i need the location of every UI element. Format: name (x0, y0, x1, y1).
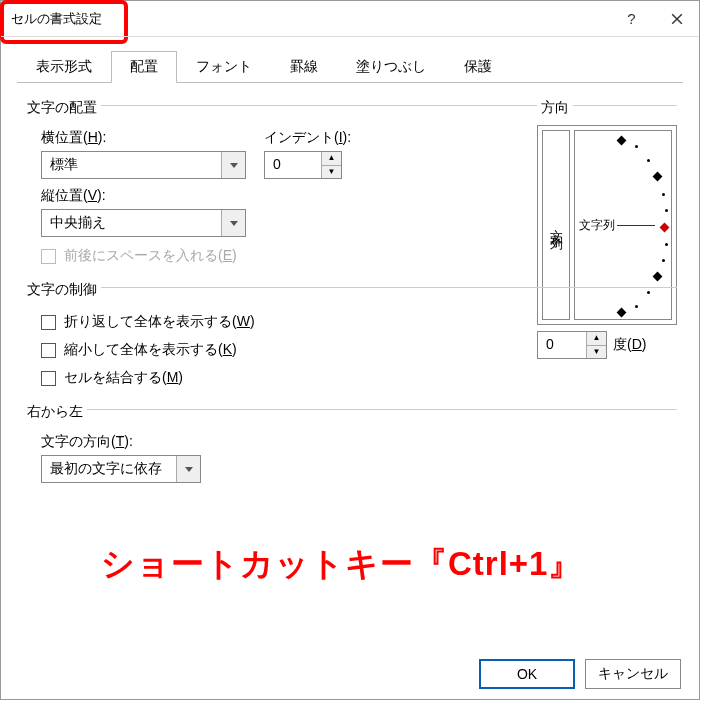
degree-down-button[interactable]: ▼ (587, 346, 606, 359)
titlebar: セルの書式設定 ? (1, 1, 699, 37)
degree-value: 0 (538, 332, 586, 358)
tab-alignment[interactable]: 配置 (111, 51, 177, 83)
degree-label: 度(D) (613, 336, 646, 354)
indent-spinner[interactable]: 0 ▲ ▼ (264, 151, 342, 179)
group-label-rtl: 右から左 (23, 403, 87, 421)
horizontal-value: 標準 (42, 152, 221, 178)
text-direction-value: 最初の文字に依存 (42, 456, 176, 482)
indent-label: インデント(I): (264, 129, 351, 147)
shrink-fit-label: 縮小して全体を表示する(K) (64, 341, 237, 359)
triangle-down-icon: ▼ (593, 348, 601, 356)
chevron-down-icon (185, 467, 193, 472)
triangle-up-icon: ▲ (328, 154, 336, 162)
horizontal-label: 横位置(H): (41, 129, 246, 147)
triangle-up-icon: ▲ (593, 334, 601, 342)
tab-border[interactable]: 罫線 (271, 51, 337, 83)
tab-strip: 表示形式 配置 フォント 罫線 塗りつぶし 保護 (1, 37, 699, 83)
tab-protection[interactable]: 保護 (445, 51, 511, 83)
orientation-box: 文字列 文字列 (537, 125, 677, 325)
chevron-down-icon (230, 221, 238, 226)
text-direction-select[interactable]: 最初の文字に依存 (41, 455, 201, 483)
orientation-dial-text: 文字列 (579, 217, 615, 234)
vertical-label: 縦位置(V): (41, 187, 246, 205)
orientation-marker-45 (653, 172, 663, 182)
vertical-select[interactable]: 中央揃え (41, 209, 246, 237)
horizontal-select[interactable]: 標準 (41, 151, 246, 179)
wrap-text-label: 折り返して全体を表示する(W) (64, 313, 255, 331)
checkbox-icon[interactable] (41, 315, 56, 330)
indent-down-button[interactable]: ▼ (322, 166, 341, 179)
orientation-marker-top (617, 136, 627, 146)
checkbox-icon[interactable] (41, 343, 56, 358)
close-button[interactable] (654, 1, 699, 37)
horizontal-dropdown-button[interactable] (221, 152, 245, 178)
tab-fill[interactable]: 塗りつぶし (337, 51, 445, 83)
cancel-button[interactable]: キャンセル (585, 659, 681, 689)
merge-cells-check[interactable]: セルを結合する(M) (41, 369, 677, 387)
checkbox-icon[interactable] (41, 371, 56, 386)
rtl-group: 右から左 文字の方向(T): 最初の文字に依存 (23, 397, 677, 483)
vertical-dropdown-button[interactable] (221, 210, 245, 236)
format-cells-dialog: セルの書式設定 ? 表示形式 配置 フォント 罫線 塗りつぶし 保護 文字の配置… (0, 0, 700, 700)
tab-font[interactable]: フォント (177, 51, 271, 83)
vertical-value: 中央揃え (42, 210, 221, 236)
justify-distributed-label: 前後にスペースを入れる(E) (64, 247, 237, 265)
group-label-alignment: 文字の配置 (23, 99, 101, 117)
indent-up-button[interactable]: ▲ (322, 152, 341, 166)
orientation-line (617, 225, 655, 226)
orientation-marker-neg45 (653, 272, 663, 282)
dialog-footer: OK キャンセル (479, 659, 681, 689)
close-icon (671, 13, 683, 25)
orientation-marker-0 (660, 223, 670, 233)
degree-up-button[interactable]: ▲ (587, 332, 606, 346)
degree-spinner[interactable]: 0 ▲ ▼ (537, 331, 607, 359)
dialog-body: 文字の配置 横位置(H): 標準 インデント(I): 0 (1, 83, 699, 663)
group-label-control: 文字の制御 (23, 281, 101, 299)
help-button[interactable]: ? (609, 1, 654, 37)
triangle-down-icon: ▼ (328, 168, 336, 176)
vertical-text-button[interactable]: 文字列 (542, 130, 570, 320)
text-direction-label: 文字の方向(T): (41, 433, 677, 451)
orientation-marker-bottom (617, 308, 627, 318)
indent-value: 0 (265, 152, 321, 178)
chevron-down-icon (230, 163, 238, 168)
orientation-dial[interactable]: 文字列 (574, 130, 672, 320)
ok-button[interactable]: OK (479, 659, 575, 689)
text-direction-dropdown-button[interactable] (176, 456, 200, 482)
group-label-orientation: 方向 (537, 99, 573, 117)
orientation-group: 方向 文字列 文字列 (537, 93, 677, 359)
merge-cells-label: セルを結合する(M) (64, 369, 183, 387)
tab-number[interactable]: 表示形式 (17, 51, 111, 83)
shortcut-annotation: ショートカットキー『Ctrl+1』 (101, 542, 582, 587)
window-title: セルの書式設定 (11, 10, 102, 28)
checkbox-icon (41, 249, 56, 264)
